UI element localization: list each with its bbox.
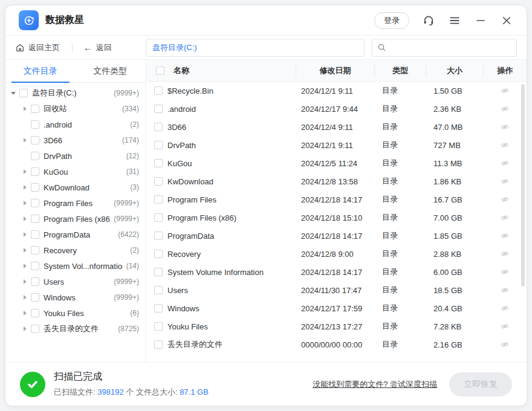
table-row[interactable]: DrvPath 2024/12/1 9:11 目录 727 MB — [146, 136, 527, 154]
tree-caret-icon[interactable] — [21, 295, 29, 300]
menu-hamburger-icon[interactable] — [448, 14, 461, 27]
tree-item-checkbox[interactable] — [31, 293, 39, 302]
tree-item[interactable]: System Vol...nformation (14) — [5, 258, 145, 274]
tree-item[interactable]: .android (2) — [5, 117, 145, 132]
row-checkbox[interactable] — [154, 195, 163, 204]
row-checkbox[interactable] — [154, 304, 163, 312]
tree-caret-icon[interactable] — [9, 92, 18, 95]
tree-item[interactable]: DrvPath (12) — [5, 148, 145, 164]
close-icon[interactable] — [500, 14, 513, 27]
tree-caret-icon[interactable] — [21, 185, 29, 190]
preview-disabled-eye-icon[interactable] — [499, 321, 510, 332]
preview-disabled-eye-icon[interactable] — [499, 303, 510, 314]
back-home-button[interactable]: 返回主页 — [15, 42, 60, 53]
row-checkbox[interactable] — [154, 286, 163, 294]
preview-disabled-eye-icon[interactable] — [499, 121, 510, 132]
table-row[interactable]: KuGou 2024/12/5 11:24 目录 11.3 MB — [146, 154, 527, 172]
tree-item-checkbox[interactable] — [31, 136, 39, 144]
search-box[interactable] — [372, 39, 517, 57]
preview-disabled-eye-icon[interactable] — [499, 158, 510, 169]
tree-caret-icon[interactable] — [21, 201, 29, 206]
table-row[interactable]: .android 2024/12/17 9:44 目录 2.36 KB — [146, 100, 527, 118]
tree-item-checkbox[interactable] — [31, 230, 39, 239]
tree-item-checkbox[interactable] — [31, 325, 39, 333]
tree-item[interactable]: Recovery (2) — [5, 242, 145, 258]
tree-item[interactable]: 3D66 (174) — [5, 132, 145, 148]
select-all-checkbox[interactable] — [156, 66, 164, 75]
path-input[interactable] — [146, 39, 365, 57]
tree-item[interactable]: Program Files (9999+) — [5, 195, 145, 211]
tree-caret-icon[interactable] — [21, 326, 29, 331]
recover-now-button[interactable]: 立即恢复 — [449, 372, 512, 396]
row-checkbox[interactable] — [154, 213, 163, 222]
tab-file-directory[interactable]: 文件目录 — [5, 60, 76, 82]
tree-item[interactable]: 回收站 (334) — [5, 101, 145, 117]
support-headset-icon[interactable] — [422, 14, 435, 27]
row-checkbox[interactable] — [154, 177, 163, 186]
tree-item[interactable]: Windows (9999+) — [5, 290, 145, 305]
row-checkbox[interactable] — [154, 86, 163, 95]
table-row[interactable]: Program Files (x86) 2024/12/18 15:10 目录 … — [146, 209, 527, 227]
table-row[interactable]: 丢失目录的文件 0000/00/00 00:00 目录 2.16 GB — [146, 335, 527, 354]
search-input[interactable] — [390, 43, 511, 52]
preview-disabled-eye-icon[interactable] — [499, 85, 510, 96]
tree-item-checkbox[interactable] — [31, 262, 39, 270]
row-checkbox[interactable] — [154, 231, 163, 240]
column-header-operation[interactable]: 操作 — [483, 65, 527, 77]
preview-disabled-eye-icon[interactable] — [499, 176, 510, 187]
row-checkbox[interactable] — [154, 250, 163, 258]
table-row[interactable]: Users 2024/11/30 17:47 目录 18.5 GB — [146, 281, 527, 299]
table-row[interactable]: KwDownload 2024/12/8 13:58 目录 1.86 KB — [146, 172, 527, 190]
tree-item-checkbox[interactable] — [31, 152, 39, 160]
tab-file-type[interactable]: 文件类型 — [76, 60, 146, 82]
tree-item-checkbox[interactable] — [31, 105, 39, 113]
scrollbar-thumb[interactable] — [521, 84, 525, 286]
table-row[interactable]: Recovery 2024/12/8 9:00 目录 2.88 KB — [146, 245, 527, 263]
table-row[interactable]: $Recycle.Bin 2024/12/1 9:11 目录 1.50 GB — [146, 82, 527, 100]
table-row[interactable]: Youku Files 2024/12/13 17:27 目录 7.28 KB — [146, 317, 527, 335]
row-checkbox[interactable] — [154, 105, 163, 113]
row-checkbox[interactable] — [154, 159, 163, 167]
tree-item-checkbox[interactable] — [31, 309, 39, 317]
tree-item[interactable]: Program Files (x86) (9999+) — [5, 211, 145, 227]
tree-caret-icon[interactable] — [21, 106, 29, 111]
tree-caret-icon[interactable] — [21, 138, 29, 143]
table-scrollbar[interactable] — [521, 84, 525, 360]
tree-item-checkbox[interactable] — [31, 120, 39, 129]
tree-item[interactable]: KwDownload (3) — [5, 180, 145, 195]
tree-item-checkbox[interactable] — [31, 215, 39, 223]
tree-item[interactable]: Youku Files (6) — [5, 305, 145, 321]
preview-disabled-eye-icon[interactable] — [499, 248, 510, 259]
table-row[interactable]: System Volume Information 2024/12/18 14:… — [146, 263, 527, 281]
column-header-name[interactable]: 名称 — [174, 65, 189, 76]
row-checkbox[interactable] — [154, 141, 163, 149]
tree-caret-icon[interactable] — [21, 232, 29, 237]
row-checkbox[interactable] — [154, 340, 163, 349]
preview-disabled-eye-icon[interactable] — [499, 267, 510, 277]
column-header-date[interactable]: 修改日期 — [296, 65, 374, 77]
login-button[interactable]: 登录 — [374, 12, 409, 29]
tree-item[interactable]: 盘符目录(C:) (9999+) — [5, 85, 145, 101]
preview-disabled-eye-icon[interactable] — [499, 140, 510, 150]
tree-item[interactable]: ProgramData (6422) — [5, 227, 145, 242]
tree-item-checkbox[interactable] — [31, 183, 39, 192]
tree-item-checkbox[interactable] — [31, 167, 39, 176]
table-row[interactable]: 3D66 2024/12/4 9:11 目录 47.0 MB — [146, 118, 527, 136]
row-checkbox[interactable] — [154, 123, 163, 131]
column-header-type[interactable]: 类型 — [374, 65, 426, 77]
tree-item[interactable]: KuGou (31) — [5, 164, 145, 180]
tree-item-checkbox[interactable] — [31, 277, 39, 286]
preview-disabled-eye-icon[interactable] — [499, 103, 510, 114]
table-row[interactable]: Windows 2024/12/17 17:59 目录 20.4 GB — [146, 299, 527, 317]
deep-scan-link[interactable]: 没能找到需要的文件? 尝试深度扫描 — [313, 379, 437, 390]
column-header-size[interactable]: 大小 — [426, 65, 483, 77]
tree-caret-icon[interactable] — [21, 264, 29, 268]
preview-disabled-eye-icon[interactable] — [499, 230, 510, 241]
table-row[interactable]: ProgramData 2024/12/18 14:17 目录 1.85 GB — [146, 227, 527, 245]
back-button[interactable]: ← 返回 — [83, 42, 112, 53]
tree-caret-icon[interactable] — [21, 279, 29, 284]
table-row[interactable]: Program Files 2024/12/18 14:17 目录 16.7 G… — [146, 190, 527, 209]
tree-item-checkbox[interactable] — [31, 246, 39, 254]
tree-item-checkbox[interactable] — [19, 89, 28, 97]
tree-item[interactable]: 丢失目录的文件 (8725) — [5, 321, 145, 337]
